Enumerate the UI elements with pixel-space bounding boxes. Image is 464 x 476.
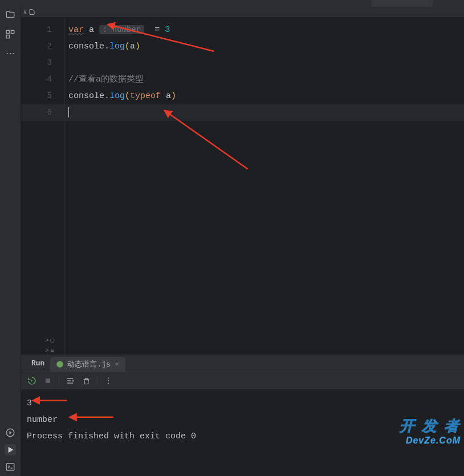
blocks-icon[interactable] xyxy=(5,29,16,40)
trash-button[interactable] xyxy=(81,376,91,386)
fold-chevron-icon[interactable]: > xyxy=(45,347,49,354)
project-breadcrumb[interactable]: ∨ xyxy=(21,7,464,18)
code-line[interactable]: console.log(typeof a) xyxy=(65,88,464,104)
line-gutter: 1 2 3 4 5 6 >▢ >≡ xyxy=(21,18,65,354)
separator xyxy=(59,376,59,386)
stop-button[interactable] xyxy=(43,376,53,386)
output-line: Process finished with exit code 0 xyxy=(27,428,458,445)
line-number: 4 xyxy=(21,71,64,88)
run-panel: Run 动态语言.js × xyxy=(21,354,464,476)
code-line[interactable]: var a : number = 3 xyxy=(65,22,464,38)
layout-button[interactable] xyxy=(65,376,75,386)
svg-point-14 xyxy=(108,383,109,384)
line-number: 6 xyxy=(21,104,64,121)
fold-controls: >▢ >≡ xyxy=(44,335,54,354)
code-line[interactable]: console.log(a) xyxy=(65,38,464,55)
output-line: 3 xyxy=(27,395,458,412)
code-line-current[interactable] xyxy=(65,104,464,121)
output-line: number xyxy=(27,412,458,428)
svg-rect-11 xyxy=(46,379,50,383)
line-number: 2 xyxy=(21,38,64,55)
text-cursor xyxy=(68,107,69,117)
code-line[interactable] xyxy=(65,55,464,71)
chevron-down-icon: ∨ xyxy=(23,9,27,15)
tab-file-label: 动态语言.js xyxy=(67,359,110,369)
tab-file[interactable]: 动态语言.js × xyxy=(50,357,125,372)
more-button[interactable] xyxy=(103,376,113,386)
panel-tabs: Run 动态语言.js × xyxy=(21,355,464,372)
play-outline-icon[interactable] xyxy=(5,427,16,438)
folder-icon[interactable] xyxy=(5,9,16,21)
svg-point-13 xyxy=(108,380,109,381)
panel-toolbar xyxy=(21,372,464,389)
rerun-button[interactable] xyxy=(27,376,37,386)
svg-point-5 xyxy=(13,53,14,54)
svg-rect-7 xyxy=(6,463,14,470)
more-horizontal-icon[interactable] xyxy=(5,48,16,59)
svg-rect-2 xyxy=(6,35,9,38)
svg-point-10 xyxy=(57,361,64,368)
fold-list-icon: ≡ xyxy=(51,347,55,354)
file-icon xyxy=(29,9,35,15)
line-number: 1 xyxy=(21,22,64,38)
svg-rect-0 xyxy=(6,30,9,33)
tool-sidebar xyxy=(0,7,21,476)
separator xyxy=(97,376,97,386)
fold-chevron-icon[interactable]: > xyxy=(45,337,49,344)
code-line[interactable]: //查看a的数据类型 xyxy=(65,71,464,88)
fold-box-icon: ▢ xyxy=(51,336,55,344)
line-number: 5 xyxy=(21,88,64,104)
svg-point-4 xyxy=(10,53,11,54)
svg-line-9 xyxy=(168,113,248,169)
svg-point-12 xyxy=(108,377,109,379)
code-area[interactable]: var a : number = 3 console.log(a) //查看a的… xyxy=(65,18,464,354)
line-number: 3 xyxy=(21,55,64,71)
close-tab-icon[interactable]: × xyxy=(115,360,120,369)
bottom-tool-icons xyxy=(0,424,21,476)
top-tab-active[interactable] xyxy=(371,0,433,7)
type-hint: : number xyxy=(99,25,144,34)
tab-run[interactable]: Run xyxy=(26,355,50,372)
svg-rect-1 xyxy=(11,30,14,33)
terminal-icon[interactable] xyxy=(5,461,16,473)
js-file-icon xyxy=(56,360,64,368)
play-box-icon[interactable] xyxy=(5,444,16,455)
code-editor[interactable]: 1 2 3 4 5 6 >▢ >≡ var a : number = 3 con… xyxy=(21,18,464,354)
top-tabs-bar xyxy=(0,0,464,7)
svg-point-3 xyxy=(7,53,8,54)
console-output[interactable]: 3 number Process finished with exit code… xyxy=(21,389,464,476)
